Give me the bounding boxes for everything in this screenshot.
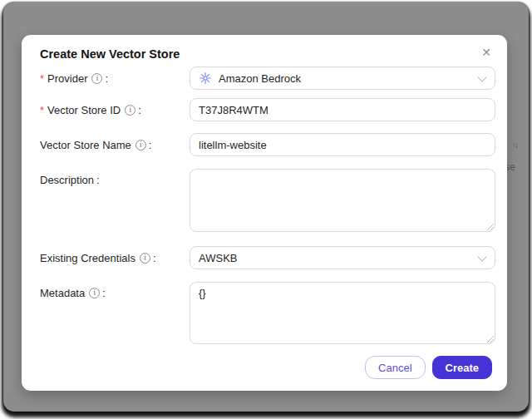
existing-credentials-row: Existing Credentials i : AWSKB [40,246,495,269]
info-icon[interactable]: i [91,73,102,84]
description-textarea[interactable] [190,169,495,232]
info-icon[interactable]: i [89,288,100,298]
description-row: Description : [40,169,495,232]
colon: : [102,287,106,299]
colon: : [149,139,152,151]
vector-store-id-row: * Vector Store ID i : [40,98,495,121]
bedrock-logo-icon [199,71,212,85]
colon: : [105,72,108,85]
metadata-label: Metadata i : [40,282,190,299]
metadata-textarea[interactable]: {} [190,282,495,344]
vector-store-name-input[interactable] [190,133,495,156]
info-icon[interactable]: i [135,140,146,150]
metadata-row: Metadata i : {} [40,282,495,344]
provider-select[interactable]: Amazon Bedrock [190,67,495,90]
chevron-down-icon [477,72,486,81]
existing-credentials-select[interactable]: AWSKB [190,246,495,269]
modal-footer: Cancel Create [365,356,492,379]
modal-title: Create New Vector Store [40,47,180,61]
description-label-text: Description [40,174,94,186]
provider-row: * Provider i : Amazon Bedrock [40,67,495,90]
desktop: ↑↓ se Create New Vector Store ✕ * Provid… [0,0,532,419]
vector-store-id-input[interactable] [190,98,495,121]
vector-store-name-label: Vector Store Name i : [40,139,190,151]
required-mark: * [40,72,44,85]
chevron-down-icon [477,252,486,261]
provider-label: * Provider i : [40,72,190,85]
close-icon[interactable]: ✕ [478,44,495,61]
create-vector-store-modal: Create New Vector Store ✕ * Provider i : [22,35,507,391]
colon: : [153,252,156,264]
vector-store-name-label-text: Vector Store Name [40,139,131,151]
cancel-button[interactable]: Cancel [365,356,425,379]
required-mark: * [40,104,44,116]
metadata-label-text: Metadata [40,287,85,299]
vector-store-name-row: Vector Store Name i : [40,133,495,156]
colon: : [96,174,100,186]
background-sort-icon: ↑↓ [512,141,517,150]
existing-credentials-label: Existing Credentials i : [40,252,190,264]
vector-store-id-label: * Vector Store ID i : [40,104,190,116]
info-icon[interactable]: i [125,105,135,116]
existing-credentials-select-value: AWSKB [199,252,237,264]
vector-store-id-label-text: Vector Store ID [47,104,121,116]
existing-credentials-label-text: Existing Credentials [40,252,135,264]
create-button[interactable]: Create [432,356,492,379]
provider-select-value: Amazon Bedrock [219,72,301,85]
provider-label-text: Provider [47,72,87,85]
dimmed-app-overlay: ↑↓ se Create New Vector Store ✕ * Provid… [3,2,529,412]
info-icon[interactable]: i [140,253,150,264]
description-label: Description : [40,169,190,186]
colon: : [138,104,141,116]
